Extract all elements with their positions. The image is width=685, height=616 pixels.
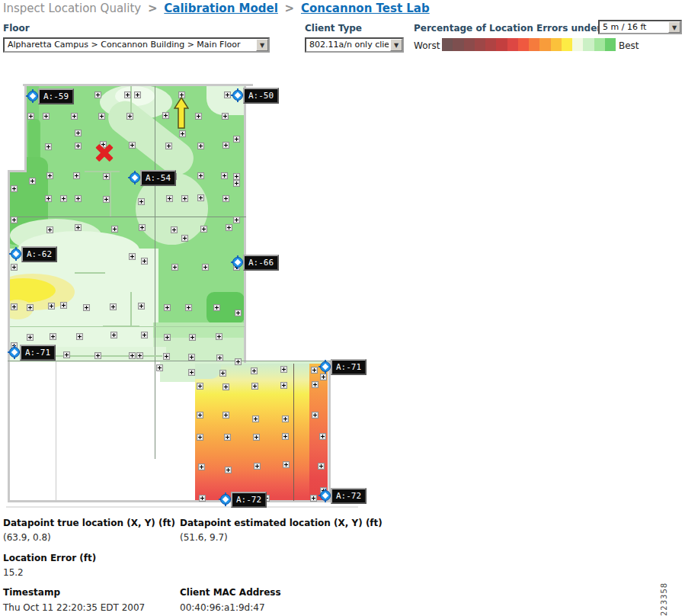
calibration-datapoint[interactable] — [136, 352, 143, 359]
calibration-datapoint[interactable] — [164, 304, 171, 311]
calibration-datapoint[interactable] — [163, 353, 170, 360]
calibration-datapoint[interactable] — [179, 130, 186, 137]
calibration-datapoint[interactable] — [219, 370, 226, 377]
calibration-datapoint[interactable] — [48, 303, 55, 310]
calibration-datapoint[interactable] — [197, 143, 204, 149]
dropdown-arrow-icon[interactable]: ▼ — [256, 39, 268, 51]
calibration-datapoint[interactable] — [75, 195, 82, 202]
calibration-datapoint[interactable] — [45, 143, 52, 150]
calibration-datapoint[interactable] — [319, 433, 326, 440]
calibration-datapoint[interactable] — [216, 355, 223, 361]
calibration-datapoint[interactable] — [310, 495, 317, 502]
calibration-datapoint[interactable] — [224, 91, 231, 98]
calibration-datapoint[interactable] — [189, 334, 196, 341]
calibration-datapoint[interactable] — [197, 383, 203, 390]
calibration-datapoint[interactable] — [233, 180, 240, 187]
calibration-datapoint[interactable] — [282, 433, 289, 440]
calibration-datapoint[interactable] — [139, 224, 146, 231]
calibration-datapoint[interactable] — [129, 142, 136, 149]
calibration-datapoint[interactable] — [312, 412, 318, 419]
calibration-datapoint[interactable] — [29, 178, 36, 184]
calibration-datapoint[interactable] — [253, 434, 260, 441]
calibration-datapoint[interactable] — [141, 332, 148, 338]
calibration-datapoint[interactable] — [60, 302, 67, 309]
calibration-datapoint[interactable] — [213, 304, 220, 311]
calibration-datapoint[interactable] — [181, 195, 188, 202]
calibration-datapoint[interactable] — [11, 264, 18, 271]
calibration-datapoint[interactable] — [76, 333, 83, 340]
calibration-datapoint[interactable] — [171, 264, 178, 271]
calibration-datapoint[interactable] — [11, 185, 18, 192]
calibration-datapoint[interactable] — [110, 332, 117, 338]
calibration-datapoint[interactable] — [197, 412, 203, 419]
calibration-datapoint[interactable] — [50, 333, 56, 340]
calibration-datapoint[interactable] — [197, 434, 203, 441]
calibration-datapoint[interactable] — [181, 235, 188, 242]
calibration-datapoint[interactable] — [111, 226, 118, 233]
calibration-datapoint[interactable] — [129, 352, 136, 359]
calibration-datapoint[interactable] — [221, 172, 228, 179]
calibration-datapoint[interactable] — [226, 224, 232, 231]
breadcrumb-link-calibration-model[interactable]: Calibration Model — [164, 2, 277, 15]
calibration-datapoint[interactable] — [164, 334, 171, 341]
calibration-datapoint[interactable] — [199, 495, 206, 502]
calibration-datapoint[interactable] — [282, 415, 289, 422]
calibration-datapoint[interactable] — [11, 303, 18, 310]
floor-map[interactable]: A:-59A:-50A:-54A:-62A:-66A:-71A:-71A:-72… — [6, 72, 358, 509]
dropdown-arrow-icon[interactable]: ▼ — [390, 39, 402, 51]
calibration-datapoint[interactable] — [63, 351, 70, 358]
calibration-datapoint[interactable] — [311, 367, 318, 374]
calibration-datapoint[interactable] — [129, 253, 136, 260]
client-type-select[interactable]: 802.11a/n only client ▼ — [305, 37, 404, 53]
calibration-datapoint[interactable] — [233, 217, 240, 223]
calibration-datapoint[interactable] — [162, 112, 169, 119]
calibration-datapoint[interactable] — [75, 224, 82, 231]
calibration-datapoint[interactable] — [320, 374, 327, 380]
calibration-datapoint[interactable] — [222, 195, 229, 202]
calibration-datapoint[interactable] — [73, 172, 80, 179]
calibration-datapoint[interactable] — [222, 142, 229, 149]
breadcrumb-link-concannon-test-lab[interactable]: Concannon Test Lab — [301, 2, 430, 15]
calibration-datapoint[interactable] — [233, 136, 240, 143]
calibration-datapoint[interactable] — [200, 226, 207, 233]
calibration-datapoint[interactable] — [126, 113, 133, 120]
calibration-datapoint[interactable] — [251, 367, 258, 374]
calibration-datapoint[interactable] — [43, 113, 50, 120]
calibration-datapoint[interactable] — [46, 226, 53, 233]
calibration-datapoint[interactable] — [280, 382, 287, 389]
calibration-datapoint[interactable] — [222, 412, 229, 419]
error-threshold-select[interactable]: 5 m / 16 ft ▼ — [598, 20, 682, 34]
calibration-datapoint[interactable] — [222, 383, 229, 390]
calibration-datapoint[interactable] — [280, 366, 287, 373]
calibration-datapoint[interactable] — [188, 369, 195, 376]
calibration-datapoint[interactable] — [98, 113, 105, 120]
calibration-datapoint[interactable] — [251, 383, 258, 390]
calibration-datapoint[interactable] — [110, 303, 117, 310]
calibration-datapoint[interactable] — [235, 310, 242, 316]
calibration-datapoint[interactable] — [312, 381, 318, 388]
calibration-datapoint[interactable] — [83, 304, 90, 311]
calibration-datapoint[interactable] — [225, 467, 232, 473]
calibration-datapoint[interactable] — [252, 415, 259, 422]
calibration-datapoint[interactable] — [197, 172, 204, 179]
calibration-datapoint[interactable] — [198, 464, 205, 470]
calibration-datapoint[interactable] — [27, 304, 34, 311]
calibration-datapoint[interactable] — [124, 91, 131, 98]
calibration-datapoint[interactable] — [138, 198, 145, 205]
calibration-datapoint[interactable] — [171, 226, 178, 233]
calibration-datapoint[interactable] — [94, 91, 101, 98]
calibration-datapoint[interactable] — [216, 333, 222, 340]
calibration-datapoint[interactable] — [94, 352, 101, 359]
calibration-datapoint[interactable] — [103, 173, 110, 180]
calibration-datapoint[interactable] — [27, 334, 34, 341]
calibration-datapoint[interactable] — [138, 303, 145, 310]
calibration-datapoint[interactable] — [165, 143, 172, 149]
calibration-datapoint[interactable] — [318, 463, 325, 470]
calibration-datapoint[interactable] — [222, 113, 229, 120]
calibration-datapoint[interactable] — [188, 354, 195, 361]
calibration-datapoint[interactable] — [75, 143, 82, 149]
calibration-datapoint[interactable] — [233, 173, 240, 180]
calibration-datapoint[interactable] — [75, 130, 82, 136]
calibration-datapoint[interactable] — [224, 434, 231, 441]
calibration-datapoint[interactable] — [71, 113, 78, 120]
